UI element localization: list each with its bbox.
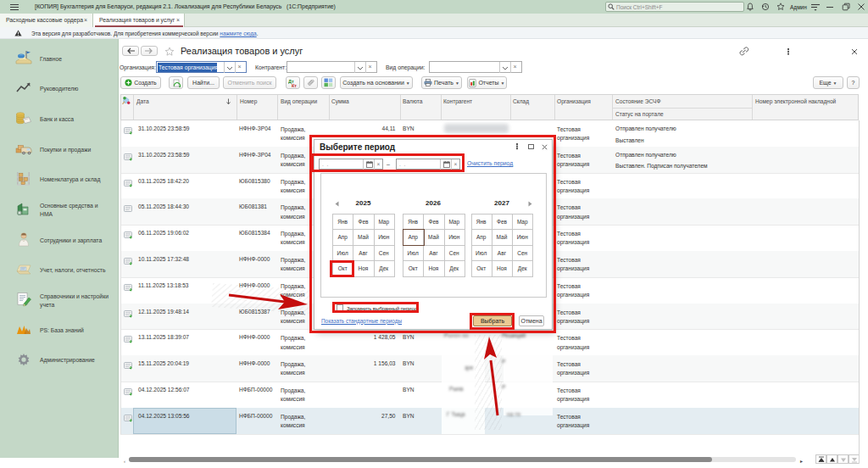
- svg-text:Кт: Кт: [292, 83, 297, 87]
